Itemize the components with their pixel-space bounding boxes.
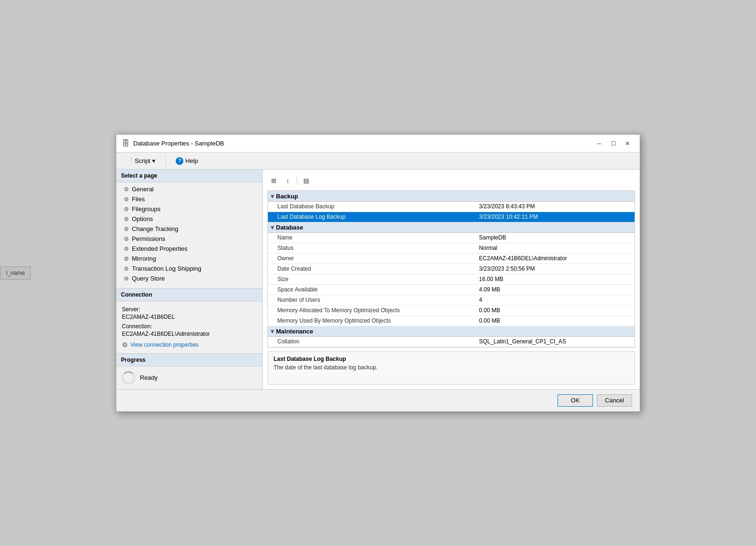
nav-item-label: Transaction Log Shipping <box>132 265 201 272</box>
properties-table: ▾BackupLast Database Backup3/23/2023 8:4… <box>268 191 635 347</box>
nav-item-icon: ⚙ <box>124 226 129 232</box>
table-row[interactable]: Last Database Log Backup3/23/2023 10:42:… <box>268 212 635 222</box>
select-page-header: Select a page <box>116 170 262 182</box>
view-filter-button[interactable]: ▤ <box>300 175 312 186</box>
prop-label: Space Available <box>268 284 470 295</box>
nav-item-icon: ⚙ <box>124 265 129 272</box>
description-text: The date of the last database log backup… <box>274 364 629 371</box>
nav-item-label: General <box>132 186 154 193</box>
table-row[interactable]: Memory Allocated To Memory Optimized Obj… <box>268 305 635 316</box>
sidebar-item-general[interactable]: ⚙General <box>116 184 262 194</box>
help-label: Help <box>185 157 198 164</box>
sidebar-item-options[interactable]: ⚙Options <box>116 214 262 224</box>
connection-label: Connection: <box>122 323 152 330</box>
main-content: Select a page ⚙General⚙Files⚙Filegroups⚙… <box>116 170 640 389</box>
progress-body: Ready <box>116 367 262 389</box>
prop-value: 0.00 MB <box>470 316 635 326</box>
script-label: Script <box>135 157 150 164</box>
nav-item-label: Options <box>132 215 153 222</box>
table-row[interactable]: Memory Used By Memory Optimized Objects0… <box>268 316 635 326</box>
nav-item-label: Mirroring <box>132 255 156 262</box>
table-row[interactable]: StatusNormal <box>268 243 635 253</box>
prop-label: Last Database Log Backup <box>268 212 470 222</box>
nav-item-label: Filegroups <box>132 205 161 213</box>
group-label-maintenance: Maintenance <box>276 328 313 335</box>
group-toggle-database[interactable]: ▾ <box>271 224 274 231</box>
table-row[interactable]: NameSampleDB <box>268 232 635 243</box>
table-row[interactable]: Size16.00 MB <box>268 274 635 284</box>
nav-item-label: Change Tracking <box>132 225 178 232</box>
table-row[interactable]: Space Available4.09 MB <box>268 284 635 295</box>
group-toggle-backup[interactable]: ▾ <box>271 193 274 200</box>
restore-button[interactable]: ☐ <box>607 138 620 149</box>
progress-status: Ready <box>140 374 158 381</box>
description-title: Last Database Log Backup <box>274 356 629 362</box>
nav-item-icon: ⚙ <box>124 196 129 203</box>
sidebar-item-extended-properties[interactable]: ⚙Extended Properties <box>116 244 262 254</box>
group-toggle-maintenance[interactable]: ▾ <box>271 328 274 335</box>
view-grid-button[interactable]: ⊞ <box>267 175 280 186</box>
close-button[interactable]: ✕ <box>621 138 634 149</box>
sidebar-item-transaction-log-shipping[interactable]: ⚙Transaction Log Shipping <box>116 264 262 273</box>
cancel-button[interactable]: Cancel <box>597 394 632 407</box>
sidebar-item-permissions[interactable]: ⚙Permissions <box>116 234 262 244</box>
prop-value: 4.09 MB <box>470 284 635 295</box>
table-row[interactable]: CollationSQL_Latin1_General_CP1_CI_AS <box>268 336 635 347</box>
group-header-backup[interactable]: ▾Backup <box>268 191 635 201</box>
sidebar-item-query-store[interactable]: ⚙Query Store <box>116 273 262 283</box>
progress-section: Progress Ready <box>116 353 262 389</box>
bg-tab-label: l_name <box>6 270 25 276</box>
prop-value: SQL_Latin1_General_CP1_CI_AS <box>470 336 635 347</box>
prop-label: Memory Allocated To Memory Optimized Obj… <box>268 305 470 316</box>
connection-section: Connection Server: EC2AMAZ-41B6DEL Conne… <box>116 288 262 353</box>
sidebar-item-files[interactable]: ⚙Files <box>116 194 262 204</box>
help-button[interactable]: ? Help <box>172 155 202 167</box>
table-row[interactable]: Date Created3/23/2023 2:50:56 PM <box>268 264 635 274</box>
sidebar-item-filegroups[interactable]: ⚙Filegroups <box>116 204 262 214</box>
dialog-title: Database Properties - SampleDB <box>133 140 589 147</box>
dialog-footer: OK Cancel <box>116 389 640 411</box>
script-icon: 📄 <box>125 157 133 164</box>
nav-item-label: Permissions <box>132 235 165 242</box>
nav-item-icon: ⚙ <box>124 256 129 262</box>
sidebar-item-mirroring[interactable]: ⚙Mirroring <box>116 254 262 264</box>
prop-label: Status <box>268 243 470 253</box>
connection-link-icon: ⚙ <box>122 341 128 349</box>
script-dropdown-arrow: ▾ <box>152 157 155 164</box>
table-row[interactable]: Last Database Backup3/23/2023 8:43:43 PM <box>268 201 635 212</box>
prop-label: Name <box>268 232 470 243</box>
dialog: 🗄 Database Properties - SampleDB ─ ☐ ✕ 📄… <box>116 134 640 412</box>
sidebar-item-change-tracking[interactable]: ⚙Change Tracking <box>116 224 262 234</box>
toolbar-separator <box>165 156 166 166</box>
table-row[interactable]: Number of Users4 <box>268 295 635 305</box>
server-value: EC2AMAZ-41B6DEL <box>122 314 175 320</box>
ok-button[interactable]: OK <box>558 394 593 407</box>
nav-item-icon: ⚙ <box>124 216 129 222</box>
prop-value: SampleDB <box>470 232 635 243</box>
table-row[interactable]: OwnerEC2AMAZ-41B6DEL\Administrator <box>268 253 635 264</box>
server-value-line: EC2AMAZ-41B6DEL <box>122 314 257 320</box>
dialog-icon: 🗄 <box>122 139 129 148</box>
nav-item-icon: ⚙ <box>124 246 129 252</box>
nav-item-label: Query Store <box>132 275 165 282</box>
group-header-database[interactable]: ▾Database <box>268 222 635 232</box>
prop-value: 16.00 MB <box>470 274 635 284</box>
prop-label: Last Database Backup <box>268 201 470 212</box>
title-bar: 🗄 Database Properties - SampleDB ─ ☐ ✕ <box>116 135 640 153</box>
left-panel: Select a page ⚙General⚙Files⚙Filegroups⚙… <box>116 170 263 389</box>
prop-value: Normal <box>470 243 635 253</box>
group-header-maintenance[interactable]: ▾Maintenance <box>268 326 635 336</box>
description-box: Last Database Log Backup The date of the… <box>267 351 635 384</box>
view-sort-button[interactable]: ↕ <box>282 175 294 186</box>
server-label-line: Server: <box>122 306 257 313</box>
view-connection-link[interactable]: ⚙ View connection properties <box>122 341 257 349</box>
prop-label: Owner <box>268 253 470 264</box>
prop-label: Memory Used By Memory Optimized Objects <box>268 316 470 326</box>
connection-header: Connection <box>116 289 262 301</box>
prop-value: EC2AMAZ-41B6DEL\Administrator <box>470 253 635 264</box>
connection-value-line: EC2AMAZ-41B6DEL\Administrator <box>122 331 257 337</box>
prop-value: 0.00 MB <box>470 305 635 316</box>
minimize-button[interactable]: ─ <box>593 138 606 149</box>
group-label-database: Database <box>276 224 303 231</box>
script-button[interactable]: 📄 Script ▾ <box>121 155 160 166</box>
